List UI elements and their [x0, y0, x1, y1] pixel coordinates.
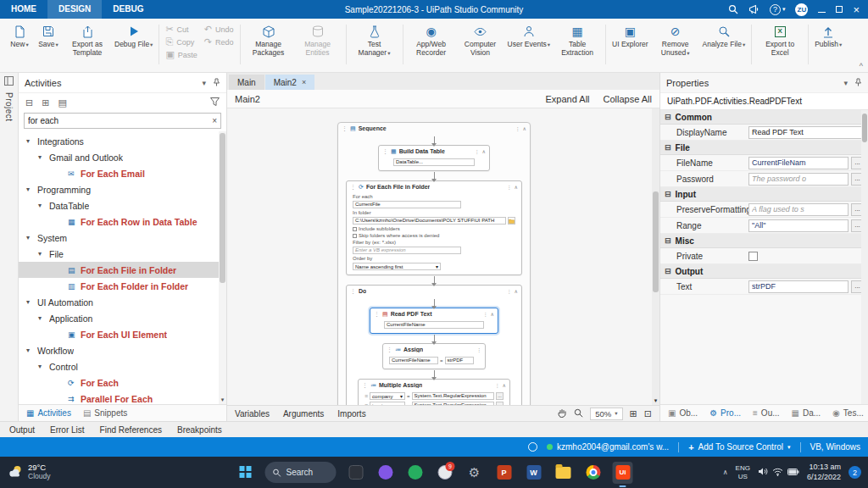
search-input[interactable] — [28, 116, 212, 125]
scrollbar-thumb[interactable] — [220, 133, 225, 283]
taskbar-search[interactable]: Search — [265, 462, 337, 483]
skip-folders-checkbox[interactable] — [353, 234, 357, 238]
invoice-value-input[interactable]: System.Text.RegularExpression — [412, 402, 494, 405]
menu-dots-icon[interactable]: ⋮ — [507, 184, 512, 191]
private-checkbox[interactable] — [748, 252, 758, 261]
collapse-icon[interactable]: ∧ — [515, 288, 518, 295]
clear-search-icon[interactable]: × — [212, 116, 217, 125]
tree-category-gmail-and-outlook[interactable]: ▾Gmail and Outlook — [19, 149, 226, 165]
compat-target[interactable]: VB, Windows — [810, 442, 860, 452]
test-manager-button[interactable]: Test Manager▾ — [350, 22, 399, 67]
chevron-down-icon[interactable]: ▾ — [26, 137, 34, 145]
chevron-down-icon[interactable]: ▾ — [38, 314, 46, 322]
preserveformatting-input[interactable] — [748, 203, 849, 216]
computer-vision-button[interactable]: Computer Vision — [456, 22, 505, 67]
multiple-assign-activity[interactable]: ⋮ ≔ Multiple Assign ⋮∧ ≡ company▾ — [358, 379, 510, 405]
tree-category-programming[interactable]: ▾Programming — [19, 181, 226, 197]
taskbar-powerpoint[interactable] — [494, 462, 515, 484]
section-file[interactable]: ⊟File — [660, 141, 868, 155]
assign-to-input[interactable]: CurrentFileName — [389, 357, 438, 364]
redo-button[interactable]: ↷Redo — [202, 37, 236, 47]
expand-all-icon[interactable]: ⊞ — [42, 97, 49, 108]
account-status[interactable]: kzmho2004@gmail.com's w... — [547, 442, 669, 452]
section-common[interactable]: ⊟Common — [660, 110, 868, 125]
tab-debug[interactable]: DEBUG — [102, 0, 154, 19]
battery-icon[interactable] — [787, 468, 799, 477]
collapse-icon[interactable]: ∧ — [523, 125, 526, 132]
publish-button[interactable]: Publish▾ — [812, 22, 844, 67]
collapse-section-icon[interactable]: ⊟ — [665, 144, 671, 152]
chevron-down-icon[interactable]: ▾ — [38, 363, 46, 370]
taskbar-app-messages[interactable]: 9 — [435, 462, 455, 484]
section-output[interactable]: ⊟Output — [660, 264, 868, 279]
taskbar-app-purple[interactable] — [376, 462, 396, 484]
canvas-scrollbar[interactable]: ▾ — [652, 108, 659, 405]
close-button[interactable]: × — [853, 4, 860, 15]
tab-test-explorer[interactable]: ◉Tes... — [832, 408, 864, 419]
range-input[interactable] — [748, 219, 849, 232]
tab-activities[interactable]: ▦Activities — [26, 408, 71, 419]
taskbar-chrome[interactable] — [583, 462, 604, 484]
tab-main[interactable]: Main — [229, 75, 264, 90]
tree-category-datatable[interactable]: ▾DataTable — [19, 197, 226, 214]
analyze-file-button[interactable]: Analyze File▾ — [700, 22, 748, 67]
drag-handle-icon[interactable]: ⋮ — [374, 311, 380, 318]
tree-activity-parallel-for-each[interactable]: ⇉Parallel For Each — [19, 391, 226, 404]
zoom-icon[interactable] — [574, 408, 583, 419]
taskbar-app-green[interactable] — [405, 462, 426, 484]
section-input[interactable]: ⊟Input — [660, 187, 868, 202]
pin-icon[interactable] — [854, 78, 862, 88]
help-menu[interactable]: ?▾ — [770, 4, 786, 15]
workflow-surface[interactable]: ⋮ ▤ Sequence ⋮∧ ⋮ ▦ Build Data Table ⋮∧ — [227, 108, 659, 405]
ui-explorer-button[interactable]: ▣ UI Explorer — [609, 22, 651, 67]
assign-value-input[interactable]: strPDF — [445, 357, 474, 364]
tree-activity-for-each-folder-in-folder[interactable]: ▥For Each Folder in Folder — [19, 278, 226, 294]
chevron-down-icon[interactable]: ▾ — [26, 298, 34, 306]
filter-input[interactable]: Enter a VB expression — [353, 247, 461, 254]
company-target-select[interactable]: company▾ — [370, 392, 405, 400]
tab-main2[interactable]: Main2× — [265, 75, 315, 90]
drag-handle-icon[interactable]: ⋮ — [342, 125, 348, 132]
chevron-down-icon[interactable]: ▾ — [202, 79, 206, 87]
in-folder-value-input[interactable]: C:\Users\kzmho\OneDrive\Documents\POLY S… — [353, 217, 506, 225]
menu-dots-icon[interactable]: ⋮ — [515, 125, 520, 132]
variables-tab[interactable]: Variables — [235, 409, 270, 419]
order-by-select[interactable]: Name ascending first▾ — [353, 263, 441, 270]
debug-file-button[interactable]: Debug File▾ — [112, 22, 155, 67]
tree-category-application[interactable]: ▾Application — [19, 310, 226, 326]
do-sequence[interactable]: ⋮ Do ⋮∧ ⋮ ▤ Read PDF Text — [346, 285, 522, 405]
arguments-tab[interactable]: Arguments — [283, 409, 324, 419]
cut-button[interactable]: ✂Cut — [163, 25, 199, 34]
scroll-down-icon[interactable]: ▾ — [219, 396, 226, 403]
tree-category-system[interactable]: ▾System — [19, 230, 226, 246]
menu-dots-icon[interactable]: ⋮ — [475, 148, 480, 155]
project-panel-tab[interactable]: Project — [4, 92, 14, 122]
collapse-icon[interactable]: ∧ — [491, 311, 494, 318]
scrollbar-thumb[interactable] — [862, 114, 867, 142]
menu-dots-icon[interactable]: ⋮ — [476, 347, 481, 353]
tree-category-workflow[interactable]: ▾Workflow — [19, 342, 226, 358]
section-misc[interactable]: ⊟Misc — [660, 234, 868, 248]
export-as-template-button[interactable]: Export as Template — [63, 22, 112, 67]
activities-scrollbar[interactable]: ▾ — [219, 131, 226, 404]
chevron-down-icon[interactable]: ▾ — [38, 202, 46, 209]
imports-tab[interactable]: Imports — [337, 409, 365, 419]
browse-folder-icon[interactable] — [508, 217, 515, 225]
announcements-icon[interactable] — [748, 4, 760, 14]
drag-handle-icon[interactable]: ⋮ — [387, 347, 392, 353]
for-each-value-input[interactable]: CurrentFile — [353, 201, 461, 208]
drag-handle-icon[interactable]: ⋮ — [362, 382, 368, 389]
chevron-down-icon[interactable]: ▾ — [26, 234, 34, 241]
tree-activity-for-each-email[interactable]: ✉For Each Email — [19, 165, 226, 181]
copy-button[interactable]: ⎘Copy — [163, 37, 199, 47]
drag-handle-icon[interactable]: ⋮ — [350, 288, 356, 295]
tab-properties[interactable]: ⚙Pro... — [709, 408, 741, 419]
tree-category-control[interactable]: ▾Control — [19, 358, 226, 374]
find-references-button[interactable]: Find References — [100, 425, 162, 435]
for-each-file-in-folder-activity[interactable]: ⋮ ⟳ For Each File in Folder ⋮∧ For each … — [346, 180, 522, 275]
tree-category-integrations[interactable]: ▾Integrations — [19, 133, 226, 149]
tree-activity-for-each-ui-element[interactable]: ▣For Each UI Element — [19, 326, 226, 342]
wifi-icon[interactable] — [772, 468, 783, 478]
tree-activity-for-each-file-in-folder[interactable]: ▤For Each File in Folder — [19, 262, 226, 278]
menu-dots-icon[interactable]: ⋮ — [483, 311, 488, 318]
